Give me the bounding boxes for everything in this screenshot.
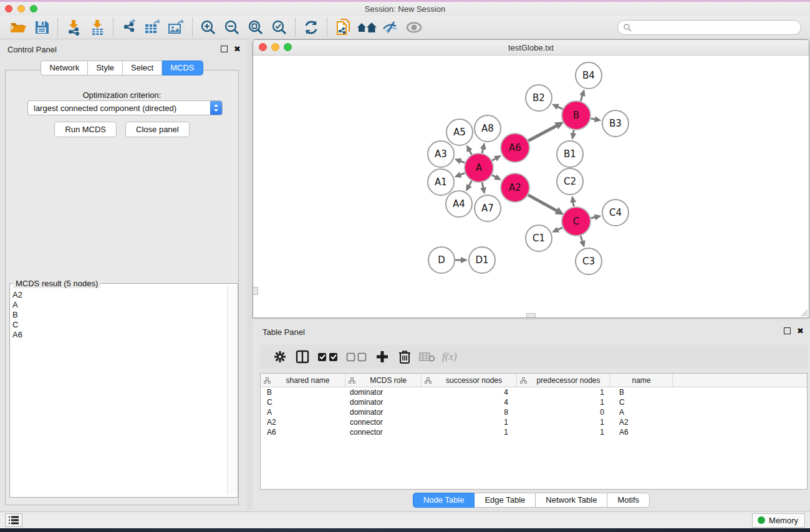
delete-table-button[interactable] bbox=[416, 347, 438, 366]
edge-B-B1[interactable] bbox=[573, 130, 574, 135]
close-panel-button[interactable]: Close panel bbox=[125, 122, 190, 137]
tab-edge-table[interactable]: Edge Table bbox=[475, 493, 536, 508]
edge-A-A2[interactable] bbox=[492, 175, 497, 178]
table-row[interactable]: Bdominator41B bbox=[261, 387, 807, 397]
add-column-button[interactable] bbox=[371, 347, 393, 366]
zoom-fit-button[interactable] bbox=[244, 17, 268, 37]
column-header-predecessor-nodes[interactable]: predecessor nodes bbox=[517, 374, 610, 387]
column-header-successor-nodes[interactable]: successor nodes bbox=[422, 374, 517, 387]
tab-mcds[interactable]: MCDS bbox=[162, 60, 203, 75]
table-cell: connector bbox=[345, 418, 422, 427]
export-table-button[interactable] bbox=[141, 17, 165, 37]
edge-A-A8[interactable] bbox=[482, 147, 483, 153]
network-window-titlebar[interactable]: testGlobe.txt bbox=[253, 40, 809, 56]
tab-style[interactable]: Style bbox=[88, 60, 123, 75]
network-close-button[interactable] bbox=[259, 43, 267, 51]
optimization-criterion-dropdown[interactable]: largest connected component (directed) bbox=[27, 100, 223, 115]
close-panel-icon[interactable]: ✖ bbox=[234, 46, 241, 52]
result-list-item[interactable]: A bbox=[12, 300, 22, 310]
table-header-row: shared nameMCDS rolesuccessor nodesprede… bbox=[261, 374, 807, 387]
result-list-item[interactable]: A6 bbox=[12, 330, 22, 340]
column-header-MCDS-role[interactable]: MCDS role bbox=[345, 374, 422, 387]
edge-C-C4[interactable] bbox=[591, 217, 596, 218]
export-network-button[interactable] bbox=[117, 17, 141, 37]
new-network-from-selection-button[interactable] bbox=[331, 17, 355, 37]
show-panels-button[interactable] bbox=[402, 17, 426, 37]
edge-A-A7[interactable] bbox=[482, 182, 483, 189]
select-all-button[interactable] bbox=[314, 347, 342, 366]
home-view-button[interactable] bbox=[355, 17, 378, 37]
close-window-button[interactable] bbox=[5, 5, 12, 12]
close-table-panel-icon[interactable]: ✖ bbox=[797, 327, 804, 334]
save-session-button[interactable] bbox=[30, 17, 54, 37]
canvas-horizontal-scroll-thumb[interactable] bbox=[526, 313, 536, 317]
open-session-button[interactable] bbox=[6, 17, 30, 37]
tab-node-table[interactable]: Node Table bbox=[413, 493, 475, 508]
network-zoom-button[interactable] bbox=[284, 43, 292, 51]
function-builder-button[interactable]: f(x) bbox=[442, 351, 457, 363]
task-history-button[interactable] bbox=[5, 513, 22, 527]
edge-A-A4[interactable] bbox=[468, 181, 471, 187]
network-minimize-button[interactable] bbox=[271, 43, 279, 51]
edge-A6-B[interactable] bbox=[528, 125, 558, 140]
toolbar-separator bbox=[192, 18, 193, 37]
eye-slash-icon bbox=[382, 20, 399, 35]
tab-network-table[interactable]: Network Table bbox=[536, 493, 607, 508]
float-panel-button[interactable] bbox=[221, 46, 228, 52]
table-cell: A bbox=[610, 408, 673, 417]
delete-column-button[interactable] bbox=[393, 347, 416, 366]
refresh-button[interactable] bbox=[299, 17, 323, 37]
edge-A-A3[interactable] bbox=[459, 161, 465, 163]
deselect-all-button[interactable] bbox=[342, 347, 371, 366]
panel-divider[interactable] bbox=[247, 41, 253, 510]
network-canvas[interactable]: B4B2BB3A8A5A6A3B1AA1C2A2A4A7C4CC1C3DD1 bbox=[253, 56, 809, 317]
search-input[interactable] bbox=[632, 23, 788, 32]
edge-C-C2[interactable] bbox=[573, 201, 574, 207]
tab-motifs[interactable]: Motifs bbox=[607, 493, 650, 508]
column-header-shared-name[interactable]: shared name bbox=[261, 374, 345, 387]
dropdown-selected-value: largest connected component (directed) bbox=[28, 104, 210, 113]
zoom-window-button[interactable] bbox=[30, 5, 37, 12]
edge-B-B4[interactable] bbox=[581, 94, 583, 102]
zoom-selected-button[interactable] bbox=[268, 17, 291, 37]
result-list-item[interactable]: C bbox=[12, 320, 22, 330]
list-icon bbox=[9, 516, 19, 525]
tab-select[interactable]: Select bbox=[123, 60, 162, 75]
result-scrollbar[interactable] bbox=[227, 286, 236, 495]
table-cell: 8 bbox=[422, 408, 517, 417]
result-list-item[interactable]: A2 bbox=[12, 290, 22, 300]
resize-grip-icon[interactable] bbox=[799, 308, 808, 317]
import-table-button[interactable] bbox=[85, 17, 109, 37]
memory-button[interactable]: Memory bbox=[752, 513, 805, 528]
export-image-button[interactable] bbox=[165, 17, 188, 37]
table-row[interactable]: Adominator80A bbox=[261, 407, 807, 417]
tab-network[interactable]: Network bbox=[41, 60, 88, 75]
table-settings-button[interactable] bbox=[269, 347, 291, 366]
table-row[interactable]: Cdominator41C bbox=[261, 397, 807, 407]
edge-B-B2[interactable] bbox=[556, 106, 562, 109]
minimize-window-button[interactable] bbox=[17, 5, 25, 12]
run-mcds-button[interactable]: Run MCDS bbox=[54, 122, 117, 137]
column-visibility-button[interactable] bbox=[291, 347, 314, 366]
edge-C-C1[interactable] bbox=[556, 228, 562, 230]
edge-C-C3[interactable] bbox=[581, 236, 583, 243]
table-row[interactable]: A6connector11A6 bbox=[261, 427, 807, 437]
table-panel-title: Table Panel bbox=[263, 327, 305, 337]
column-header-name[interactable]: name bbox=[610, 374, 673, 387]
edge-A-A6[interactable] bbox=[492, 158, 497, 160]
edge-A-A5[interactable] bbox=[469, 149, 472, 155]
import-network-button[interactable] bbox=[62, 17, 85, 37]
edge-A-A1[interactable] bbox=[459, 173, 465, 175]
edge-A2-C[interactable] bbox=[528, 195, 558, 211]
search-field[interactable] bbox=[617, 20, 801, 35]
edge-B-B3[interactable] bbox=[591, 118, 597, 120]
hide-panels-button[interactable] bbox=[378, 17, 402, 37]
result-list-item[interactable]: B bbox=[12, 310, 22, 320]
zoom-out-button[interactable] bbox=[220, 17, 244, 37]
zoom-in-button[interactable] bbox=[196, 17, 220, 37]
table-row[interactable]: A2connector11A2 bbox=[261, 417, 807, 427]
canvas-vertical-scroll-thumb[interactable] bbox=[253, 287, 258, 295]
network-graph[interactable]: B4B2BB3A8A5A6A3B1AA1C2A2A4A7C4CC1C3DD1 bbox=[253, 56, 809, 317]
chevron-up-down-icon bbox=[210, 101, 222, 115]
float-table-panel-button[interactable] bbox=[784, 327, 791, 334]
